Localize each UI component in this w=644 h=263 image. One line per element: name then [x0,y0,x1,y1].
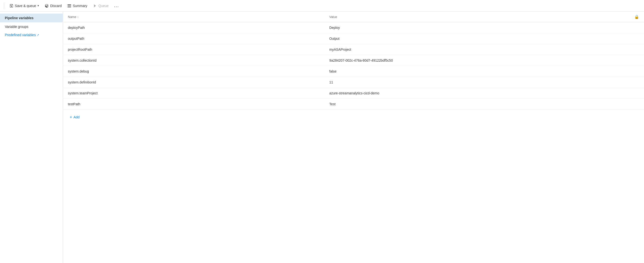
variable-value-cell: Deploy [324,22,615,33]
add-icon: + [70,115,72,119]
save-queue-label: Save & queue [15,4,36,8]
table-row: testPath Test [63,99,644,110]
name-column-header[interactable]: Name↑ [63,12,324,22]
summary-button[interactable]: Summary [65,3,90,9]
discard-button[interactable]: Discard [42,3,64,9]
variable-value-cell: 9a284207-002c-476a-80d7-49122bdf5c50 [324,55,615,66]
variable-value-cell: Test [324,99,615,110]
variable-name-cell: system.teamProject [63,88,324,99]
discard-label: Discard [50,4,62,8]
table-row: system.teamProject azure-streamanalytics… [63,88,644,99]
predefined-variables-link[interactable]: Predefined variables ↗ [0,31,63,39]
add-label: Add [74,115,80,119]
variable-name-cell: outputPath [63,33,324,44]
variable-name-cell: system.debug [63,66,324,77]
variable-value-cell: Output [324,33,615,44]
variable-name-cell: system.collectionId [63,55,324,66]
summary-icon [67,4,71,8]
table-row: outputPath Output [63,33,644,44]
predefined-variables-label: Predefined variables [5,33,36,37]
sidebar: Pipeline variables Variable groups Prede… [0,12,63,263]
chevron-down-icon: ▾ [38,4,39,7]
variable-name-cell: projectRootPath [63,44,324,55]
add-variable-button[interactable]: + Add [68,114,82,121]
variable-lock-cell [615,99,644,110]
variable-value-cell: 11 [324,77,615,88]
variable-lock-cell [615,44,644,55]
lock-header-icon: 🔒 [634,15,639,19]
save-queue-button[interactable]: Save & queue ▾ [7,3,42,9]
queue-icon [93,4,97,8]
variable-lock-cell [615,77,644,88]
external-link-icon: ↗ [37,34,39,37]
table-row: system.collectionId 9a284207-002c-476a-8… [63,55,644,66]
value-column-header: Value [324,12,615,22]
more-options-button[interactable]: ... [112,2,121,10]
toolbar: Save & queue ▾ Discard Summary Queue ... [0,0,644,12]
table-row: deployPath Deploy [63,22,644,33]
table-row: system.definitionId 11 [63,77,644,88]
sort-icon: ↑ [77,16,79,19]
variable-name-cell: system.definitionId [63,77,324,88]
variable-value-cell: myASAProject [324,44,615,55]
variables-table: Name↑ Value 🔒 deployPath Deploy outputPa… [63,12,644,110]
more-options-label: ... [114,3,119,8]
variable-value-cell: azure-streamanalytics-cicd-demo [324,88,615,99]
queue-button[interactable]: Queue [90,3,111,9]
variable-lock-cell [615,33,644,44]
sidebar-item-pipeline-variables[interactable]: Pipeline variables [0,14,63,22]
table-header-row: Name↑ Value 🔒 [63,12,644,22]
variable-name-cell: testPath [63,99,324,110]
variable-name-cell: deployPath [63,22,324,33]
main-content: Pipeline variables Variable groups Prede… [0,12,644,263]
variable-lock-cell [615,66,644,77]
pipeline-variables-label: Pipeline variables [5,16,34,20]
variable-lock-cell [615,22,644,33]
discard-icon [45,4,49,8]
save-icon [10,4,13,8]
variable-lock-cell [615,88,644,99]
table-row: system.debug false [63,66,644,77]
content-area: Name↑ Value 🔒 deployPath Deploy outputPa… [63,12,644,263]
variable-value-cell: false [324,66,615,77]
queue-label: Queue [98,4,108,8]
table-row: projectRootPath myASAProject [63,44,644,55]
variable-lock-cell [615,55,644,66]
sidebar-item-variable-groups[interactable]: Variable groups [0,22,63,31]
variable-groups-label: Variable groups [5,25,28,29]
lock-column-header: 🔒 [615,12,644,22]
add-row: + Add [63,110,644,125]
summary-label: Summary [73,4,87,8]
